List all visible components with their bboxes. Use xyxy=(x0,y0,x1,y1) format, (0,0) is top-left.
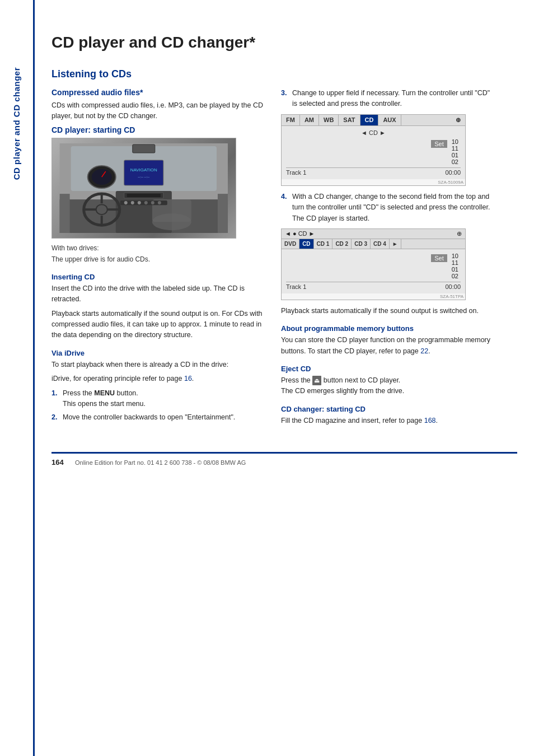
cd-changer-heading: CD changer: starting CD xyxy=(281,405,494,413)
right-column: 3. Change to upper field if necessary. T… xyxy=(281,88,494,430)
track-right-2: 00:00 xyxy=(445,283,461,290)
svg-point-21 xyxy=(124,201,128,204)
inserting-cd-section: Inserting CD Insert the CD into the driv… xyxy=(51,273,264,341)
step-3-list: 3. Change to upper field if necessary. T… xyxy=(281,88,494,110)
footer-text: Online Edition for Part no. 01 41 2 600 … xyxy=(75,459,246,466)
svg-rect-27 xyxy=(133,144,155,153)
step-4: 4. With a CD changer, change to the seco… xyxy=(281,192,494,224)
tab-am: AM xyxy=(300,115,319,125)
set-label-1: Set xyxy=(431,140,447,148)
compressed-files-text: CDs with compressed audio files, i.e. MP… xyxy=(51,100,264,122)
radio-tabs-1: FM AM WB SAT CD AUX ⊕ xyxy=(282,115,465,126)
about-programmable-section: About programmable memory buttons You ca… xyxy=(281,324,494,357)
cd-player-page-link[interactable]: 22 xyxy=(420,347,428,355)
tab-icon-1: ⊕ xyxy=(451,115,465,125)
inserting-cd-text1: Insert the CD into the drive with the la… xyxy=(51,283,264,305)
cd-player-starting-section: CD player: starting CD xyxy=(51,125,264,265)
cd-magazine-page-link[interactable]: 168 xyxy=(424,417,436,424)
image-caption-line2: The upper drive is for audio CDs. xyxy=(51,254,264,265)
menu-bold: MENU xyxy=(94,389,115,397)
tab-cd2: CD xyxy=(299,239,313,249)
svg-rect-28 xyxy=(60,194,70,233)
via-idrive-intro: To start playback when there is already … xyxy=(51,360,264,370)
eject-cd-text: Press the ⏏ button next to CD player.The… xyxy=(281,375,494,397)
svg-point-26 xyxy=(158,201,161,204)
step-4-num: 4. xyxy=(281,192,289,224)
tab-cd1: CD 1 xyxy=(314,239,333,249)
via-idrive-steps: 1. Press the MENU button.This opens the … xyxy=(51,388,264,423)
radio-body-2: Set 10 11 01 02 Track 1 xyxy=(282,249,465,293)
tab-more: ► xyxy=(390,239,401,249)
svg-rect-17 xyxy=(127,194,161,197)
track-left-1: Track 1 xyxy=(286,169,306,176)
num-02: 02 xyxy=(452,158,458,165)
idrive-ref-text: iDrive, for operating principle refer to… xyxy=(51,374,264,384)
tab-fm: FM xyxy=(282,115,300,125)
page-title: CD player and CD changer* xyxy=(51,34,517,52)
svg-rect-13 xyxy=(124,160,163,185)
tab-cd3: CD 3 xyxy=(352,239,371,249)
step-3: 3. Change to upper field if necessary. T… xyxy=(281,88,494,110)
inserting-cd-heading: Inserting CD xyxy=(51,273,264,281)
page-number: 164 xyxy=(51,458,68,466)
radio-center-1: Set xyxy=(431,138,447,147)
cd-changer-starting-section: CD changer: starting CD Fill the CD maga… xyxy=(281,405,494,426)
idrive-page-link[interactable]: 16 xyxy=(184,375,192,382)
radio-content-2: Set 10 11 01 02 xyxy=(286,253,461,279)
tab-wb: WB xyxy=(319,115,339,125)
radio-tabs-2: DVD CD CD 1 CD 2 CD 3 CD 4 ► xyxy=(282,239,465,249)
num2-01: 01 xyxy=(452,266,458,273)
svg-rect-29 xyxy=(218,194,228,233)
step-2-num: 2. xyxy=(51,412,59,423)
radio-icon-2: ⊕ xyxy=(457,230,462,237)
svg-text:--:-- --:--: --:-- --:-- xyxy=(138,175,150,179)
radio-top-row: ◄ ● CD ► ⊕ xyxy=(282,229,465,239)
num-11: 11 xyxy=(452,145,458,152)
num2-02: 02 xyxy=(452,273,458,279)
svg-point-23 xyxy=(138,201,141,204)
via-idrive-section: Via iDrive To start playback when there … xyxy=(51,349,264,423)
radio-display-2: ◄ ● CD ► ⊕ DVD CD CD 1 CD 2 CD 3 CD 4 ► xyxy=(281,228,466,300)
main-content: CD player and CD changer* Listening to C… xyxy=(35,0,534,756)
step-1: 1. Press the MENU button.This opens the … xyxy=(51,388,264,410)
step-2: 2. Move the controller backwards to open… xyxy=(51,412,264,423)
radio-numbers-1: 10 11 01 02 xyxy=(452,138,458,165)
radio-content-1: Set 10 11 01 02 xyxy=(286,138,461,165)
step-3-num: 3. xyxy=(281,88,289,110)
tab-sat: SAT xyxy=(339,115,360,125)
tab-cd4: CD 4 xyxy=(371,239,390,249)
eject-icon: ⏏ xyxy=(312,376,321,385)
num-01: 01 xyxy=(452,152,458,158)
radio-display-1: FM AM WB SAT CD AUX ⊕ ◄ CD ► xyxy=(281,114,466,186)
radio-set-2: Set xyxy=(431,255,447,262)
display-label-2: SZA-51TPA xyxy=(282,293,465,300)
step-3-text: Change to upper field if necessary. Turn… xyxy=(292,88,494,110)
num-10: 10 xyxy=(452,138,458,145)
about-programmable-text: You can store the CD player function on … xyxy=(281,335,494,357)
svg-point-25 xyxy=(151,201,154,204)
display-label-1: SZA-51009A xyxy=(282,179,465,185)
radio-track-row-2: Track 1 00:00 xyxy=(286,282,461,290)
eject-cd-section: Eject CD Press the ⏏ button next to CD p… xyxy=(281,365,494,397)
svg-point-24 xyxy=(144,201,148,204)
step-2-text: Move the controller backwards to open "E… xyxy=(63,412,235,423)
radio-center-2: Set xyxy=(431,253,447,262)
track-left-2: Track 1 xyxy=(286,283,306,290)
page-footer: 164 Online Edition for Part no. 01 41 2 … xyxy=(51,452,517,466)
compressed-files-heading: Compressed audio files* xyxy=(51,88,264,97)
cd-player-starting-heading: CD player: starting CD xyxy=(51,125,264,134)
about-programmable-heading: About programmable memory buttons xyxy=(281,324,494,333)
left-column: Compressed audio files* CDs with compres… xyxy=(51,88,264,430)
step-4-list: 4. With a CD changer, change to the seco… xyxy=(281,192,494,224)
radio-cd-nav-1: ◄ CD ► xyxy=(286,129,461,136)
inserting-cd-text2: Playback starts automatically if the sou… xyxy=(51,309,264,341)
playback-text: Playback starts automatically if the sou… xyxy=(281,306,494,316)
sidebar-tab: CD player and CD changer xyxy=(0,0,35,756)
num2-11: 11 xyxy=(452,259,458,266)
svg-point-5 xyxy=(96,204,107,214)
car-interior-image: NAVIGATION --:-- --:-- xyxy=(51,138,236,239)
tab-cd: CD xyxy=(360,115,379,125)
svg-text:NAVIGATION: NAVIGATION xyxy=(130,167,157,172)
sidebar-label: CD player and CD changer xyxy=(12,67,21,180)
radio-cd-nav-2: ◄ ● CD ► xyxy=(285,230,315,237)
